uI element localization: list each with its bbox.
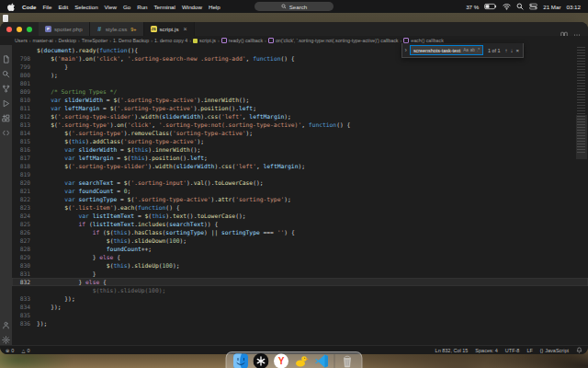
- breadcrumb-item[interactable]: master-ai: [33, 38, 53, 43]
- breadcrumb-item[interactable]: on('click', '.sorting-type:not(.sorting-…: [276, 38, 399, 43]
- wifi-icon[interactable]: [503, 3, 511, 10]
- code-line[interactable]: 831 }: [12, 270, 588, 278]
- cyberduck-icon[interactable]: [294, 353, 310, 368]
- breadcrumb-item[interactable]: Users: [15, 38, 28, 43]
- code-line[interactable]: 828 foundCount++;: [12, 245, 588, 253]
- code-line[interactable]: 827 $(this).slideDown(100);: [12, 236, 588, 245]
- menu-run[interactable]: Run: [137, 4, 147, 10]
- breadcrumb-item[interactable]: Desktop: [58, 38, 75, 43]
- code-line[interactable]: 818 $('.sorting-type-slider').width(slid…: [12, 162, 588, 170]
- vscode-icon[interactable]: [314, 353, 330, 368]
- finder-icon[interactable]: [233, 353, 249, 368]
- code-line[interactable]: 800 );: [12, 71, 588, 79]
- code-line[interactable]: 814 $('.sorting-type').removeClass('sort…: [12, 129, 588, 137]
- code-line[interactable]: 824 var listItemText = $(this).text().to…: [12, 212, 588, 220]
- explorer-icon[interactable]: [2, 51, 10, 59]
- zoom-window-button[interactable]: [27, 27, 32, 32]
- code-line[interactable]: 811 var leftMargin = $('.sorting-type-ac…: [12, 104, 588, 112]
- menubar-time[interactable]: 03:12: [567, 4, 581, 10]
- remote-icon[interactable]: [2, 124, 10, 132]
- apple-menu-icon[interactable]: [7, 3, 16, 11]
- menu-selection[interactable]: Selection: [74, 4, 97, 10]
- menu-view[interactable]: View: [105, 4, 117, 10]
- bell-icon[interactable]: [576, 347, 582, 353]
- close-tab-icon[interactable]: ×: [184, 26, 187, 32]
- statusbar-item[interactable]: ⊗0: [6, 348, 14, 353]
- menubar-search-pill[interactable]: Search: [254, 2, 334, 11]
- find-next-button[interactable]: ↓: [510, 48, 513, 53]
- code-line[interactable]: 801: [12, 79, 588, 87]
- code-editor[interactable]: $(document).ready(function(){798 $('main…: [12, 45, 588, 345]
- code-line[interactable]: 832 } else {: [12, 278, 588, 286]
- code-line[interactable]: 810 var sliderWidth = $('.sorting-type-a…: [12, 96, 588, 104]
- statusbar-item[interactable]: {}JavaScript: [540, 348, 569, 353]
- account-icon[interactable]: [2, 316, 10, 325]
- source-control-icon[interactable]: [2, 80, 10, 88]
- menu-code[interactable]: Code: [22, 4, 36, 10]
- close-window-button[interactable]: [6, 27, 12, 32]
- minimap[interactable]: [576, 45, 587, 183]
- code-line[interactable]: 825 if (listItemText.includes(searchText…: [12, 220, 588, 228]
- minimap-slider[interactable]: [576, 115, 587, 159]
- menu-file[interactable]: File: [42, 4, 51, 10]
- tab-script.js[interactable]: JSscript.js×: [144, 22, 195, 36]
- battery-icon[interactable]: [484, 3, 497, 10]
- breadcrumb-item[interactable]: TimeSpotter: [82, 38, 108, 43]
- breadcrumb-item[interactable]: 1. demo copy 4: [154, 38, 187, 43]
- split-editor-icon[interactable]: [560, 26, 568, 33]
- search-icon[interactable]: [2, 65, 10, 74]
- statusbar-item[interactable]: △0: [21, 348, 29, 353]
- code-line[interactable]: 826 if ($(this).hasClass(sortingType) ||…: [12, 228, 588, 236]
- extensions-icon[interactable]: [2, 109, 10, 118]
- statusbar-item[interactable]: UTF-8: [505, 348, 520, 353]
- code-line[interactable]: 833 });: [12, 294, 588, 303]
- trash-icon[interactable]: [340, 353, 356, 368]
- code-line[interactable]: 830 $(this).slideUp(100);: [12, 261, 588, 270]
- code-line[interactable]: 817 var leftMargin = $(this).position().…: [12, 154, 588, 162]
- desktop-file-icon[interactable]: [3, 15, 8, 22]
- yandex-icon[interactable]: Y: [274, 353, 289, 368]
- chatgpt-icon[interactable]: [254, 353, 269, 368]
- debug-icon[interactable]: [2, 95, 10, 103]
- code-line[interactable]: 812 $('.sorting-type-slider').width(slid…: [12, 112, 588, 121]
- code-line[interactable]: 820 var searchText = $('.sorting-input')…: [12, 178, 588, 187]
- find-option-Aa[interactable]: Aa: [463, 48, 469, 52]
- spotlight-search-icon[interactable]: [516, 3, 524, 10]
- code-line[interactable]: 834 });: [12, 303, 588, 311]
- tab-style.css[interactable]: #style.css9+: [90, 22, 144, 36]
- code-line[interactable]: 815 $(this).addClass('sorting-type-activ…: [12, 137, 588, 145]
- find-option-ab[interactable]: ab: [470, 48, 475, 52]
- settings-icon[interactable]: [2, 331, 10, 339]
- find-option-.*[interactable]: .*: [477, 48, 480, 52]
- menu-go[interactable]: Go: [123, 4, 130, 10]
- code-line[interactable]: 836});: [12, 319, 588, 328]
- find-input[interactable]: screenshots-task-text Aaab.*: [410, 45, 483, 55]
- code-line[interactable]: 816 var sliderWidth = $(this).innerWidth…: [12, 145, 588, 154]
- menu-terminal[interactable]: Terminal: [154, 4, 175, 10]
- minimize-window-button[interactable]: [17, 27, 22, 32]
- menu-window[interactable]: Window: [182, 4, 202, 10]
- breadcrumb-item[interactable]: 1. Demo Backup: [113, 38, 149, 43]
- code-line[interactable]: 813 $('.sorting-type').on('click', '.sor…: [12, 121, 588, 129]
- code-line[interactable]: 823 $('.list-item').each(function() {: [12, 203, 588, 212]
- menu-help[interactable]: Help: [209, 4, 220, 10]
- control-center-icon[interactable]: [529, 3, 537, 10]
- code-line[interactable]: 819: [12, 170, 588, 178]
- breadcrumb-item[interactable]: ready() callback: [229, 38, 263, 43]
- more-actions-icon[interactable]: [573, 26, 581, 33]
- menubar-date[interactable]: 21 Mar: [543, 4, 560, 10]
- toggle-replace-icon[interactable]: ›: [405, 47, 407, 53]
- tab-spotter.php[interactable]: Pspotter.php: [39, 22, 90, 36]
- code-line[interactable]: 829 } else {: [12, 253, 588, 261]
- code-line[interactable]: $(this).slideUp(100);: [12, 286, 588, 294]
- statusbar-item[interactable]: Spaces: 4: [475, 348, 497, 353]
- menu-edit[interactable]: Edit: [58, 4, 68, 10]
- find-previous-button[interactable]: ↑: [504, 48, 507, 53]
- code-line[interactable]: 835: [12, 311, 588, 319]
- code-line[interactable]: 822 var sortingType = $('.sorting-type-a…: [12, 195, 588, 203]
- code-line[interactable]: 821 var foundCount = 0;: [12, 187, 588, 195]
- code-line[interactable]: 809 /* Sorting Types */: [12, 87, 588, 96]
- statusbar-item[interactable]: Ln 832, Col 15: [435, 348, 469, 353]
- breadcrumb-item[interactable]: script.js: [199, 38, 216, 43]
- find-close-button[interactable]: ×: [515, 48, 519, 53]
